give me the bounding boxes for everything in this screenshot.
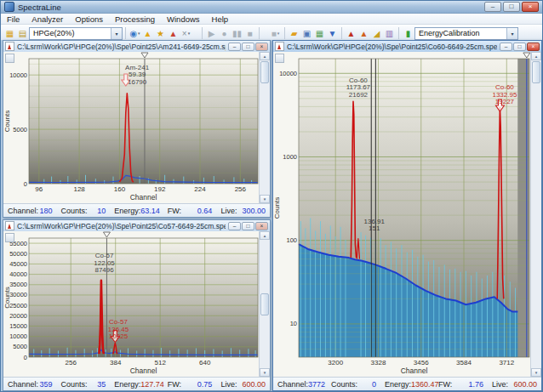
menu-windows[interactable]: Windows bbox=[161, 14, 206, 24]
play-icon[interactable]: ▶ bbox=[205, 26, 218, 40]
status-channel: Channel:180 bbox=[3, 207, 57, 215]
calibration-green-icon[interactable]: ▮ bbox=[402, 26, 414, 40]
chart-area[interactable]: Am-24159.391679096128160192224256Channel… bbox=[3, 52, 270, 203]
multi-peak-icon[interactable]: ▲ bbox=[357, 26, 370, 40]
detector-list-icon[interactable]: ▤ bbox=[16, 26, 29, 40]
calibration-select[interactable]: EnergyCalibration bbox=[414, 27, 518, 40]
mdi-area: C:\Lsrm\Work\GP\HPGe(20%)\Spe\Point25\Am… bbox=[1, 40, 542, 391]
child-titlebar[interactable]: C:\Lsrm\Work\GP\HPGe(20%)\Spe\Point25\Co… bbox=[3, 220, 270, 231]
child-minimize-button[interactable]: – bbox=[228, 43, 241, 51]
spectrum-file-icon bbox=[5, 221, 14, 230]
svg-text:1000: 1000 bbox=[283, 153, 297, 161]
child-close-button[interactable]: × bbox=[255, 222, 268, 230]
scroll-down-icon[interactable] bbox=[260, 368, 270, 377]
menu-file[interactable]: File bbox=[1, 14, 26, 24]
maximize-button[interactable]: □ bbox=[503, 2, 520, 12]
chart-area[interactable]: Co-57122.0587496Co-57136.451082525638451… bbox=[3, 231, 270, 377]
spectrum-window-am241[interactable]: C:\Lsrm\Work\GP\HPGe(20%)\Spe\Point25\Am… bbox=[3, 40, 271, 218]
close-button[interactable]: × bbox=[522, 2, 539, 12]
svg-text:640: 640 bbox=[199, 359, 211, 366]
menu-help[interactable]: Help bbox=[206, 14, 235, 24]
svg-text:25000: 25000 bbox=[9, 302, 27, 310]
child-minimize-button[interactable]: – bbox=[500, 43, 512, 51]
status-bar: Channel:180Counts:10Energy:63.14FW:0.64L… bbox=[3, 203, 270, 217]
minimize-button[interactable]: – bbox=[484, 2, 501, 12]
peak-search-icon[interactable]: ▲ bbox=[345, 26, 357, 40]
svg-text:3584: 3584 bbox=[456, 359, 472, 366]
connect-icon[interactable]: ▦ bbox=[3, 26, 16, 40]
pause-icon[interactable]: ▮▮ bbox=[231, 26, 243, 40]
menu-options[interactable]: Options bbox=[69, 14, 109, 24]
spectrum-chart[interactable]: Am-24159.391679096128160192224256Channel… bbox=[3, 52, 260, 203]
report-icon[interactable]: ▥ bbox=[383, 26, 396, 40]
chart-corner-button[interactable] bbox=[5, 54, 14, 63]
svg-text:512: 512 bbox=[155, 359, 167, 366]
status-fw: FW:0.75 bbox=[163, 380, 217, 389]
svg-text:45000: 45000 bbox=[9, 260, 27, 268]
scroll-up-icon[interactable] bbox=[260, 231, 270, 240]
efficiency-icon[interactable]: ◢ bbox=[370, 26, 383, 40]
child-maximize-button[interactable]: □ bbox=[242, 43, 254, 51]
svg-text:Co-57122.0587496: Co-57122.0587496 bbox=[94, 252, 115, 274]
child-maximize-button[interactable]: □ bbox=[513, 43, 526, 51]
record-icon[interactable]: ● bbox=[218, 26, 231, 40]
scroll-thumb[interactable] bbox=[260, 293, 269, 315]
stop-icon[interactable]: ■ bbox=[243, 26, 256, 40]
scroll-down-icon[interactable] bbox=[531, 368, 541, 377]
clear-icon[interactable]: × bbox=[180, 26, 192, 40]
status-live: Live:600.00 bbox=[488, 380, 541, 389]
spectrum-window-co60[interactable]: C:\Lsrm\Work\GP\HPGe(20%)\Spe\Point25\Co… bbox=[272, 40, 542, 391]
spectrum-chart[interactable]: Co-601173.6721692Co-601332.9519227136.91… bbox=[273, 52, 531, 377]
spectrum-window-co57[interactable]: C:\Lsrm\Work\GP\HPGe(20%)\Spe\Point25\Co… bbox=[3, 219, 271, 391]
svg-text:Co-601332.9519227: Co-601332.9519227 bbox=[492, 83, 517, 105]
child-close-button[interactable]: × bbox=[527, 43, 540, 51]
child-close-button[interactable]: × bbox=[255, 43, 268, 51]
child-titlebar[interactable]: C:\Lsrm\Work\GP\HPGe(20%)\Spe\Point25\Co… bbox=[273, 41, 541, 52]
scroll-thumb[interactable] bbox=[532, 61, 540, 83]
toolbar-separator bbox=[125, 27, 126, 39]
stop-all-icon[interactable]: ■ bbox=[269, 26, 282, 40]
app-icon bbox=[4, 2, 14, 12]
chevron-down-icon[interactable] bbox=[111, 28, 122, 39]
menu-processing[interactable]: Processing bbox=[109, 14, 161, 24]
spectraline-window: SpectraLine – □ × FileAnalyzerOptionsPro… bbox=[0, 0, 543, 392]
peak-gold-icon[interactable]: ★ bbox=[154, 26, 167, 40]
spectrum-yellow-icon[interactable]: ▲ bbox=[141, 26, 154, 40]
peak-red-icon[interactable]: ▲ bbox=[167, 26, 180, 40]
vertical-scrollbar[interactable] bbox=[530, 52, 541, 377]
chart-corner-button[interactable] bbox=[5, 233, 14, 242]
scroll-up-icon[interactable] bbox=[531, 52, 541, 60]
scroll-up-icon[interactable] bbox=[260, 52, 270, 60]
menu-analyzer[interactable]: Analyzer bbox=[26, 14, 69, 24]
chevron-down-icon[interactable] bbox=[506, 28, 517, 39]
menu-bar: FileAnalyzerOptionsProcessingWindowsHelp bbox=[1, 14, 542, 25]
detector-select[interactable]: HPGe(20%) bbox=[29, 27, 123, 40]
child-window-title: C:\Lsrm\Work\GP\HPGe(20%)\Spe\Point25\Am… bbox=[17, 43, 226, 51]
open-folder-icon[interactable]: ▰ bbox=[288, 26, 300, 40]
child-titlebar[interactable]: C:\Lsrm\Work\GP\HPGe(20%)\Spe\Point25\Am… bbox=[3, 41, 270, 52]
acquisition-icon[interactable]: ◉ bbox=[129, 26, 141, 40]
child-maximize-button[interactable]: □ bbox=[242, 222, 254, 230]
status-fw: FW:0.64 bbox=[163, 207, 217, 215]
status-channel: Channel:359 bbox=[3, 380, 57, 389]
vertical-scrollbar[interactable] bbox=[259, 52, 270, 203]
svg-text:0: 0 bbox=[24, 354, 27, 361]
svg-text:3456: 3456 bbox=[414, 359, 429, 366]
svg-text:10000: 10000 bbox=[279, 70, 297, 77]
export-image-icon[interactable]: ▦ bbox=[313, 26, 326, 40]
scroll-thumb[interactable] bbox=[260, 61, 269, 83]
import-icon[interactable]: ▼ bbox=[326, 26, 339, 40]
svg-text:35000: 35000 bbox=[9, 281, 27, 288]
child-minimize-button[interactable]: – bbox=[228, 222, 241, 230]
scroll-down-icon[interactable] bbox=[260, 195, 270, 203]
chart-area[interactable]: Co-601173.6721692Co-601332.9519227136.91… bbox=[273, 52, 541, 377]
vertical-scrollbar[interactable] bbox=[259, 231, 270, 377]
spectrum-chart[interactable]: Co-57122.0587496Co-57136.451082525638451… bbox=[3, 231, 260, 377]
chart-corner-button[interactable] bbox=[275, 54, 284, 63]
status-bar: Channel:359Counts:35Energy:127.74FW:0.75… bbox=[3, 377, 270, 390]
svg-text:3328: 3328 bbox=[371, 359, 386, 366]
status-live: Live:600.00 bbox=[216, 380, 270, 389]
status-energy: Energy:127.74 bbox=[110, 380, 163, 389]
svg-text:Co-57136.4510825: Co-57136.4510825 bbox=[108, 318, 129, 340]
save-icon[interactable]: ▣ bbox=[300, 26, 313, 40]
